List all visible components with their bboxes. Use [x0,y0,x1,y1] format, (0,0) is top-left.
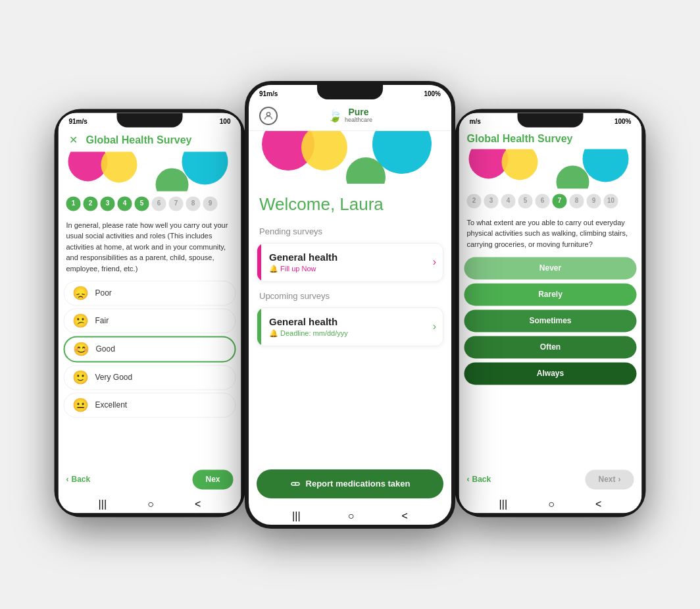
signal-right: m/s [470,118,481,125]
back-button-right[interactable]: ‹ Back [467,475,491,484]
upcoming-card-body: General health 🔔 Deadline: mm/dd/yyy [261,308,433,346]
center-header: 🍃 Pure healthcare [249,100,451,131]
rdot-10: 10 [604,194,618,208]
home-back-left: ||| [99,498,107,510]
upcoming-label: Upcoming surveys [249,284,451,305]
scene: 91m/s 100 ✕ Global Health Survey 1 [0,0,700,609]
label-good: Good [96,344,115,354]
logo-leaf: 🍃 [328,109,342,123]
app-logo: 🍃 Pure healthcare [328,107,372,124]
pending-subtitle: 🔔 Fill up Now [269,265,426,273]
label-fair: Fair [95,316,109,325]
dot-7: 7 [169,196,184,211]
notch-center [317,85,383,99]
upcoming-card[interactable]: General health 🔔 Deadline: mm/dd/yyy › [257,307,443,346]
emoji-good: 😊 [73,341,89,357]
dot-6: 6 [152,196,166,211]
label-poor: Poor [95,288,112,298]
answer-always[interactable]: Always [464,362,637,384]
rdot-2: 2 [467,194,482,208]
banner-circle-3 [182,151,228,184]
pending-label: Pending surveys [249,220,451,240]
progress-dots-left: 1 2 3 4 5 6 7 8 9 [59,191,241,216]
home-circle-left: ○ [147,498,154,510]
close-button[interactable]: ✕ [66,133,81,147]
svg-point-0 [266,112,270,115]
question-text-left: In general, please rate how well you car… [59,216,241,280]
home-circle-right: ○ [548,498,555,510]
logo-pure: Pure [345,107,372,117]
rdot-3: 3 [484,194,499,208]
option-fair[interactable]: 😕 Fair [64,308,236,333]
left-phone: 91m/s 100 ✕ Global Health Survey 1 [55,109,245,517]
next-arrow-right: › [618,475,621,484]
option-good[interactable]: 😊 Good [64,336,236,362]
center-phone: 91m/s 100% 🍃 Pure healthcare [245,81,455,529]
back-button-left[interactable]: ‹ Back [66,475,91,484]
pending-arrow: › [433,244,443,281]
banner-c2 [301,131,347,171]
label-very-good: Very Good [95,373,133,382]
home-back-right: ||| [499,498,507,510]
bell-upcoming: 🔔 [269,329,280,337]
home-indicator-right: ||| ○ < [459,494,642,513]
pending-title: General health [269,252,426,263]
option-excellent[interactable]: 😐 Excellent [64,392,236,417]
dot-3: 3 [101,196,115,211]
next-button-left[interactable]: Nex [192,469,233,489]
dot-8: 8 [186,196,201,211]
option-poor[interactable]: 😞 Poor [64,280,236,305]
back-arrow-right: ‹ [467,475,470,484]
report-medications-button[interactable]: Report medications taken [257,469,443,498]
emoji-excellent: 😐 [72,397,89,413]
left-header: ✕ Global Health Survey [59,128,241,151]
emoji-poor: 😞 [72,285,89,301]
rdot-8: 8 [570,194,584,208]
notch-right [518,113,584,127]
dot-1: 1 [66,196,81,211]
option-very-good[interactable]: 🙂 Very Good [64,365,236,390]
emoji-fair: 😕 [72,313,89,329]
rdot-4: 4 [501,194,516,208]
home-fwd-center: < [402,510,408,522]
label-excellent: Excellent [95,400,128,410]
pill-icon [290,479,301,489]
home-back-center: ||| [292,510,300,522]
signal-left: 91m/s [69,118,88,125]
answer-often[interactable]: Often [464,336,637,358]
next-button-right[interactable]: Next › [585,469,634,489]
pending-card[interactable]: General health 🔔 Fill up Now › [257,243,443,282]
battery-right: 100% [614,118,632,125]
rdot-6: 6 [536,194,550,208]
question-text-right: To what extent are you able to carry out… [459,213,642,255]
upcoming-subtitle: 🔔 Deadline: mm/dd/yyy [269,329,426,338]
emoji-very-good: 🙂 [72,369,89,385]
bell-pending: 🔔 [269,265,280,273]
welcome-section: Welcome, Laura [249,184,451,220]
dot-9: 9 [203,196,218,211]
progress-dots-right: 2 3 4 5 6 7 8 9 10 [459,188,642,213]
survey-title-left: Global Health Survey [86,134,192,146]
answer-sometimes[interactable]: Sometimes [464,309,637,332]
back-label-right: Back [472,475,491,484]
dot-5: 5 [135,196,149,211]
home-indicator-center: ||| ○ < [249,506,451,525]
answer-never[interactable]: Never [464,257,637,279]
banner-left [59,151,241,191]
rdot-7: 7 [553,194,567,208]
banner-center [249,131,451,184]
profile-icon[interactable] [259,107,278,125]
logo-healthcare: healthcare [345,117,372,124]
report-btn-label: Report medications taken [306,479,411,489]
battery-left: 100 [220,118,231,125]
right-phone: m/s 100% Global Health Survey 2 3 [455,109,646,517]
banner-circle-r2 [502,149,538,180]
banner-right [459,149,642,188]
right-header: Global Health Survey [459,128,642,149]
survey-title-right: Global Health Survey [467,133,573,145]
upcoming-title: General health [269,316,426,327]
pending-card-body: General health 🔔 Fill up Now [261,244,433,281]
back-label-left: Back [72,475,91,484]
dot-4: 4 [118,196,132,211]
answer-rarely[interactable]: Rarely [464,283,637,305]
